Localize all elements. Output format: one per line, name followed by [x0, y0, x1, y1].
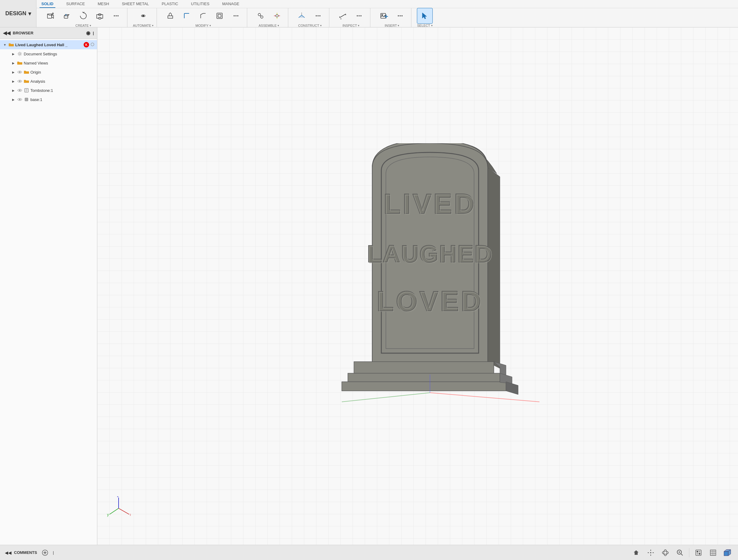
- svg-point-8: [115, 15, 117, 16]
- tool-group-modify: MODIFY▾: [159, 8, 247, 27]
- svg-text:LOVED: LOVED: [377, 287, 484, 317]
- tree-label-analysis: Analysis: [30, 79, 94, 84]
- hole-button[interactable]: [92, 8, 108, 24]
- tree-label-root: Lived Laughed Loved Hall _: [15, 43, 82, 47]
- svg-line-74: [681, 554, 683, 555]
- tab-surface[interactable]: SURFACE: [64, 2, 87, 8]
- revolve-button[interactable]: [75, 8, 91, 24]
- shell-button[interactable]: [212, 8, 228, 24]
- tree-item-root[interactable]: ▼Lived Laughed Loved Hall _K: [0, 40, 97, 49]
- tab-sheet-metal[interactable]: SHEET METAL: [120, 2, 151, 8]
- tree-arrow-root[interactable]: ▼: [2, 42, 7, 47]
- new-component-button[interactable]: [43, 8, 58, 24]
- tree-arrow-analysis[interactable]: ▶: [11, 79, 16, 84]
- svg-point-26: [316, 15, 317, 16]
- display-mode-btn[interactable]: [693, 547, 704, 558]
- svg-text:LIVED: LIVED: [384, 190, 477, 220]
- nav-zoom-btn[interactable]: [675, 547, 685, 558]
- folder-icon-analysis: [24, 78, 29, 84]
- more-button[interactable]: [310, 8, 326, 24]
- svg-rect-36: [381, 13, 386, 18]
- grid-toggle-btn[interactable]: [708, 547, 719, 558]
- tree-arrow-named-views[interactable]: ▶: [11, 60, 16, 65]
- svg-rect-55: [354, 362, 494, 374]
- browser-tree: ▼Lived Laughed Loved Hall _K▶Document Se…: [0, 39, 97, 545]
- browser-expand-icon[interactable]: ◉: [86, 30, 90, 36]
- tree-arrow-origin[interactable]: ▶: [11, 70, 16, 74]
- tree-arrow-tombstone[interactable]: ▶: [11, 88, 16, 93]
- tab-solid[interactable]: SOLID: [39, 2, 55, 8]
- tree-item-tombstone[interactable]: ▶Tombstone:1: [0, 86, 97, 95]
- add-comment-btn[interactable]: [39, 547, 50, 558]
- joint-origin-button[interactable]: [269, 8, 285, 24]
- tool-group-select: SELECT▾: [414, 8, 436, 27]
- chamfer-button[interactable]: [195, 8, 211, 24]
- tree-item-doc-settings[interactable]: ▶Document Settings: [0, 49, 97, 58]
- visibility-icon-origin[interactable]: [17, 69, 22, 75]
- extrude-button[interactable]: [59, 8, 75, 24]
- tree-item-base[interactable]: ▶base:1: [0, 95, 97, 104]
- status-collapse-btn[interactable]: ◀◀: [5, 550, 12, 555]
- svg-point-15: [235, 15, 237, 16]
- tab-manage[interactable]: MANAGE: [221, 2, 241, 8]
- tree-label-tombstone: Tombstone:1: [30, 88, 94, 93]
- view-cube-btn[interactable]: [722, 547, 733, 558]
- item-badge-root: K: [84, 42, 89, 47]
- group-label-assemble: ASSEMBLE▾: [259, 24, 279, 27]
- visibility-icon-analysis[interactable]: [17, 78, 22, 84]
- svg-point-7: [114, 15, 115, 16]
- tree-item-origin[interactable]: ▶Origin: [0, 67, 97, 77]
- tree-item-analysis[interactable]: ▶Analysis: [0, 77, 97, 86]
- svg-point-20: [276, 15, 278, 17]
- svg-point-43: [19, 71, 21, 73]
- tool-row: CREATE▾AUTOMATE▾MODIFY▾ASSEMBLE▾CONSTRUC…: [36, 8, 738, 27]
- nav-home-btn[interactable]: [631, 547, 642, 558]
- active-dot-root: [90, 42, 94, 47]
- tool-group-create: CREATE▾: [39, 8, 127, 27]
- tree-arrow-doc-settings[interactable]: ▶: [11, 51, 16, 56]
- joint-button[interactable]: [253, 8, 269, 24]
- tree-item-named-views[interactable]: ▶Named Views: [0, 58, 97, 67]
- statusbar: ◀◀ COMMENTS |: [0, 545, 738, 560]
- browser-menu-icon[interactable]: |: [93, 31, 94, 35]
- status-left: ◀◀ COMMENTS |: [5, 547, 625, 558]
- tree-label-base: base:1: [30, 97, 94, 102]
- viewport[interactable]: LIVED LIVED LAUGHED LAUGHED LOVED LOVED: [97, 27, 738, 545]
- tool-group-construct: CONSTRUCT▾: [291, 8, 329, 27]
- plane-button[interactable]: [294, 8, 310, 24]
- more-button[interactable]: [351, 8, 367, 24]
- tab-mesh[interactable]: MESH: [96, 2, 111, 8]
- nav-orbit-btn[interactable]: [660, 547, 671, 558]
- visibility-icon-base[interactable]: [17, 97, 22, 102]
- svg-rect-56: [348, 373, 500, 382]
- more-button[interactable]: [108, 8, 124, 24]
- measure-button[interactable]: [335, 8, 351, 24]
- tab-utilities[interactable]: UTILITIES: [189, 2, 211, 8]
- more-button[interactable]: [228, 8, 244, 24]
- automate-button[interactable]: [135, 8, 151, 24]
- svg-rect-82: [724, 551, 728, 556]
- folder-icon-named-views: [17, 60, 22, 66]
- insert-image-button[interactable]: [376, 8, 392, 24]
- group-label-inspect: INSPECT▾: [342, 24, 359, 27]
- tree-label-origin: Origin: [30, 70, 94, 74]
- svg-point-41: [91, 43, 94, 46]
- status-right-panel-btn[interactable]: |: [53, 550, 54, 555]
- tombstone-svg: LIVED LIVED LAUGHED LAUGHED LOVED LOVED: [311, 143, 555, 417]
- more-button[interactable]: [392, 8, 408, 24]
- nav-pan-btn[interactable]: [645, 547, 656, 558]
- svg-line-19: [260, 15, 261, 16]
- browser-collapse-icon[interactable]: ◀◀: [3, 30, 10, 36]
- svg-point-37: [382, 14, 383, 15]
- svg-rect-80: [697, 553, 698, 555]
- tree-arrow-base[interactable]: ▶: [11, 97, 16, 102]
- design-button[interactable]: DESIGN ▾: [0, 0, 36, 27]
- fillet-button[interactable]: [179, 8, 195, 24]
- select-button[interactable]: [417, 8, 433, 24]
- svg-point-45: [19, 90, 21, 91]
- visibility-icon-tombstone[interactable]: [17, 88, 22, 93]
- tab-plastic[interactable]: PLASTIC: [160, 2, 180, 8]
- sidebar: ◀◀ BROWSER ◉ | ▼Lived Laughed Loved Hall…: [0, 27, 97, 545]
- press-pull-button[interactable]: [162, 8, 178, 24]
- svg-point-71: [662, 551, 668, 554]
